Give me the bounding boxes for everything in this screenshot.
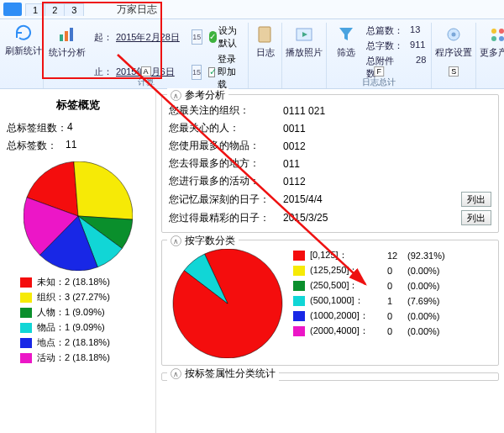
legend-range: (250,500]：	[310, 279, 382, 292]
swatch-icon	[20, 293, 32, 303]
legend-pct: (0.00%)	[407, 266, 440, 276]
collapse-icon[interactable]: ∧	[171, 235, 181, 246]
reference-row: 您去得最多的地方：011	[169, 156, 491, 171]
chart-icon	[55, 24, 79, 45]
analysis-label: 统计分析	[49, 46, 86, 59]
total-chars-value: 911	[410, 40, 425, 52]
svg-rect-3	[259, 27, 270, 42]
legend-count: 0	[387, 266, 402, 276]
left-panel: 标签概览 总标签组数：4 总标签数：11 未知：2 (18.18%)组织：3 (…	[0, 89, 155, 433]
reference-key: 您最关注的组织：	[169, 103, 283, 118]
total-chars-label: 总字数：	[366, 40, 405, 52]
legend-pct: (0.00%)	[407, 326, 440, 336]
reference-row: 您进行最多的活动：0112	[169, 174, 491, 188]
legend-count: 0	[387, 326, 402, 336]
photo-label: 播放照片	[286, 46, 323, 59]
tag-pie-chart	[24, 161, 133, 271]
ribbon: 刷新统计 统计分析 A 起： 2015年2月28日 15	[0, 18, 504, 89]
legend-range: (1000,2000]：	[310, 309, 382, 322]
right-panel: ∧参考分析 您最关注的组织：0111 021您最关心的人：0011您使用最多的物…	[155, 89, 504, 433]
tag-count-label: 总标签数：	[7, 139, 66, 153]
legend-label: 地点：2 (18.18%)	[37, 336, 110, 349]
filter-button[interactable]: 筛选 F	[332, 23, 360, 80]
reference-key: 您过得最精彩的日子：	[169, 211, 283, 225]
analysis-shortcut: A	[140, 66, 150, 77]
list-button[interactable]: 列出	[461, 192, 491, 207]
svg-point-8	[491, 29, 496, 34]
legend-count: 1	[387, 296, 402, 306]
app-icon	[3, 3, 22, 16]
analysis-button[interactable]: 统计分析 A	[49, 23, 86, 59]
settings-shortcut: S	[449, 66, 459, 77]
legend-item: 人物：1 (9.09%)	[20, 306, 149, 319]
ribbon-group-calc: 计算	[44, 77, 248, 88]
tag-legend: 未知：2 (18.18%)组织：3 (27.27%)人物：1 (9.09%)物品…	[20, 276, 149, 364]
set-default-button[interactable]: ✓ 设为默认	[209, 24, 243, 50]
reference-key: 您记忆最深刻的日子：	[169, 193, 283, 207]
legend-item: 活动：2 (18.18%)	[20, 351, 149, 364]
reference-row: 您记忆最深刻的日子：2015/4/4列出	[169, 192, 491, 207]
refresh-icon	[13, 23, 34, 43]
filter-label: 筛选	[337, 46, 355, 59]
legend-pct: (0.00%)	[407, 281, 440, 291]
reference-key: 您去得最多的地方：	[169, 156, 283, 171]
svg-point-9	[499, 29, 504, 34]
reference-value: 2015/3/25	[283, 212, 350, 224]
refresh-button[interactable]: 刷新统计	[7, 23, 40, 57]
legend-item: 地点：2 (18.18%)	[20, 336, 149, 349]
tab-3[interactable]: 3	[64, 3, 84, 16]
collapse-icon[interactable]: ∧	[171, 368, 181, 379]
svg-rect-0	[60, 34, 63, 41]
legend-label: 未知：2 (18.18%)	[37, 276, 110, 288]
diary-button[interactable]: 日志	[249, 23, 282, 59]
tab-1[interactable]: 1	[25, 3, 45, 16]
settings-button[interactable]: 程序设置 S	[437, 23, 470, 59]
calendar-from-button[interactable]: 15	[192, 29, 202, 45]
svg-rect-2	[70, 28, 73, 41]
swatch-icon	[20, 338, 32, 348]
legend-item: 未知：2 (18.18%)	[20, 276, 149, 288]
reference-value: 0112	[283, 176, 350, 187]
legend-pct: (0.00%)	[407, 311, 440, 321]
legend-item: (250,500]：0(0.00%)	[293, 279, 445, 292]
swatch-icon	[293, 326, 305, 336]
legend-item: (125,250]：0(0.00%)	[293, 264, 445, 277]
reference-value: 0012	[283, 140, 350, 152]
reference-value: 0011	[283, 123, 350, 135]
swatch-icon	[293, 296, 305, 306]
window-tabstrip: 1 2 3 万家日志	[0, 0, 504, 18]
tab-2[interactable]: 2	[45, 3, 65, 16]
legend-label: 人物：1 (9.09%)	[37, 306, 105, 319]
calendar-icon: 15	[192, 68, 201, 77]
legend-item: 组织：3 (27.27%)	[20, 291, 149, 304]
tag-attr-title: 按标签属性分类统计	[185, 367, 276, 381]
total-entries-label: 总篇数：	[366, 24, 405, 37]
reference-key: 您使用最多的物品：	[169, 139, 283, 153]
tag-groups-label: 总标签组数：	[7, 121, 67, 135]
legend-range: (2000,4000]：	[310, 325, 382, 337]
book-icon	[254, 24, 277, 45]
list-button[interactable]: 列出	[461, 210, 491, 225]
collapse-icon[interactable]: ∧	[171, 90, 181, 101]
set-default-label: 设为默认	[218, 24, 243, 50]
swatch-icon	[20, 277, 32, 288]
tag-attr-section: ∧按标签属性分类统计	[161, 372, 499, 381]
reference-row: 您最关心的人：0011	[169, 121, 491, 135]
svg-point-10	[491, 36, 496, 41]
legend-range: [0,125]：	[310, 249, 382, 261]
photo-button[interactable]: 播放照片	[287, 23, 321, 59]
date-from-label: 起：	[94, 31, 113, 44]
swatch-icon	[293, 281, 305, 291]
swatch-icon	[20, 308, 32, 318]
date-from-field[interactable]: 2015年2月28日	[116, 31, 188, 44]
svg-point-11	[499, 36, 504, 41]
reference-row: 您过得最精彩的日子：2015/3/25列出	[169, 210, 491, 225]
funnel-icon	[334, 24, 358, 45]
total-entries-value: 13	[410, 24, 420, 37]
more-button[interactable]: 更多产品	[481, 23, 504, 59]
legend-item: 物品：1 (9.09%)	[20, 321, 149, 334]
filter-shortcut: F	[374, 66, 384, 77]
reference-row: 您使用最多的物品：0012	[169, 139, 491, 153]
grid-icon	[486, 24, 504, 45]
legend-count: 12	[387, 251, 402, 261]
